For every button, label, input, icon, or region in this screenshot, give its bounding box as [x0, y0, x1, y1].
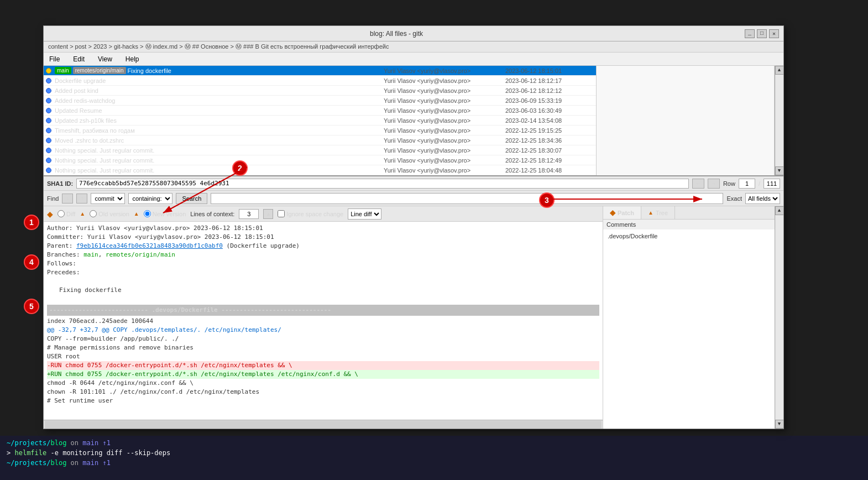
commit-date: 2023-06-12 18:12:17 — [505, 77, 594, 84]
diff-label: Diff — [66, 211, 75, 217]
find-input[interactable] — [211, 193, 723, 204]
context-input[interactable] — [239, 209, 259, 219]
terminal-line-2: > helmfile -e monitoring diff --skip-dep… — [7, 448, 861, 458]
diff-toolbar: ◆ Diff ▲ Old version ▲ New version Lines… — [44, 206, 603, 222]
maximize-button[interactable]: □ — [757, 29, 767, 38]
tree-tab-label: Tree — [656, 210, 668, 216]
commit-message: Moved .zshrc to dot.zshrc — [55, 137, 384, 144]
find-search-button[interactable]: Search — [176, 193, 207, 204]
bottom-scrollbar[interactable] — [44, 420, 603, 429]
commit-dot — [46, 158, 51, 163]
diff-radio-input[interactable] — [57, 210, 65, 217]
commit-row[interactable]: Added redis-watchdogYurii Vlasov <yuriy@… — [44, 96, 596, 106]
commit-row[interactable]: Moved .zshrc to dot.zshrcYurii Vlasov <y… — [44, 135, 596, 145]
menu-view[interactable]: View — [95, 54, 116, 64]
commit-row[interactable]: Nothing special. Just regular commit.Yur… — [44, 155, 596, 165]
file-tree-item[interactable]: .devops/Dockerfile — [605, 232, 772, 241]
diff-removed-line: -RUN chmod 0755 /docker-entrypoint.d/*.s… — [47, 361, 599, 370]
commit-graph-column[interactable]: mainremotes/origin/mainFixing dockerfile… — [44, 66, 597, 175]
menu-edit[interactable]: Edit — [70, 54, 88, 64]
exact-select[interactable]: All fields — [745, 193, 780, 204]
commit-message: Nothing special. Just regular commit. — [55, 147, 384, 154]
parent-hash-link[interactable]: f9eb1614cea346fb0e6321a8483a90dbf1c0abf0 — [76, 242, 223, 249]
diff-context-6: # Set runtime user — [47, 396, 599, 405]
branch-tag-main: main — [55, 67, 71, 74]
main-split: ◆ Diff ▲ Old version ▲ New version Lines… — [44, 206, 783, 429]
right-scroll-up[interactable]: ▲ — [775, 206, 784, 215]
commit-dot — [46, 138, 51, 143]
right-panel-content[interactable]: .devops/Dockerfile — [603, 229, 775, 429]
old-version-label[interactable]: Old version — [90, 210, 129, 217]
sha1-input[interactable] — [76, 179, 689, 189]
find-containing-select[interactable]: containing: — [128, 193, 172, 204]
scroll-down-arrow[interactable]: ▼ — [775, 166, 784, 175]
commit-dot — [46, 168, 51, 173]
row-total-input[interactable] — [764, 179, 780, 189]
find-next-button[interactable]: ↑ — [76, 194, 87, 204]
commit-row[interactable]: Updated ResumeYurii Vlasov <yuriy@vlasov… — [44, 106, 596, 116]
exact-label: Exact — [726, 195, 742, 202]
commit-row[interactable]: Timeshift, разбивка по годамYurii Vlasov… — [44, 126, 596, 135]
new-version-radio[interactable] — [144, 210, 151, 217]
commit-date: 2023-06-12 18:12:12 — [505, 87, 594, 94]
terminal-area: ~/projects/blog on main ↑1 > helmfile -e… — [0, 436, 868, 480]
context-up-button[interactable]: ▲ — [263, 209, 273, 219]
commit-date: 2023-06-03 16:30:49 — [505, 107, 594, 114]
commit-dot — [46, 148, 51, 153]
menu-file[interactable]: File — [46, 54, 63, 64]
commit-row[interactable]: Nothing special. Just regular commit.Yur… — [44, 165, 596, 175]
patch-tree-tabs: ◆ Patch ▲ Tree — [603, 206, 775, 220]
right-scroll-down[interactable]: ▼ — [775, 420, 784, 429]
commit-message: Dockerfile upgrade — [55, 77, 384, 84]
sha1-back-button[interactable]: ← — [692, 179, 704, 189]
commit-date: 2022-12-25 18:34:36 — [505, 137, 594, 144]
find-type-select[interactable]: commit — [91, 193, 125, 204]
diff-context-1: COPY --from=builder /app/public/. ./ — [47, 335, 599, 343]
row-label: Row — [723, 180, 735, 187]
diff-index: index 706eacd..245aede 100644 — [47, 317, 599, 326]
commit-author: Yurii Vlasov <yuriy@vlasov.pro> — [384, 137, 505, 144]
scroll-up-arrow[interactable]: ▲ — [775, 66, 784, 75]
diff-radio-label[interactable]: Diff — [57, 210, 75, 217]
menu-help[interactable]: Help — [122, 54, 143, 64]
diff-context-2: # Manage permissions and remove binaries — [47, 343, 599, 352]
find-prev-button[interactable]: ↓ — [62, 194, 73, 204]
commit-author: Yurii Vlasov <yuriy@vlasov.pro> — [384, 157, 505, 164]
commit-row[interactable]: mainremotes/origin/mainFixing dockerfile… — [44, 66, 596, 76]
new-version-text: New version — [153, 211, 186, 217]
commit-message: Nothing special. Just regular commit. — [55, 157, 384, 164]
commit-scrollbar[interactable]: ▲ ▼ — [775, 66, 783, 175]
ignore-space-checkbox[interactable] — [278, 210, 285, 217]
close-button[interactable]: ✕ — [769, 29, 779, 38]
tree-tab[interactable]: ▲ Tree — [641, 206, 675, 219]
commit-author: Yurii Vlasov <yuriy@vlasov.pro> — [384, 167, 505, 174]
terminal-path-1: ~/projects/ — [7, 439, 50, 447]
diff-context-5: chown -R 101:101 ./ /etc/nginx/conf.d /e… — [47, 388, 599, 396]
ignore-space-label[interactable]: Ignore space change — [278, 210, 343, 217]
sha1-forward-button[interactable]: → — [708, 179, 720, 189]
patch-tab-label: Patch — [618, 210, 634, 216]
commit-row[interactable]: Dockerfile upgradeYurii Vlasov <yuriy@vl… — [44, 76, 596, 86]
patch-tab[interactable]: ◆ Patch — [603, 206, 641, 219]
row-input[interactable] — [739, 179, 755, 189]
diff-content[interactable]: Author: Yurii Vlasov <yuriy@vlasov.pro> … — [44, 222, 603, 420]
bottom-scroll-track — [45, 421, 602, 429]
commit-dot — [46, 68, 51, 74]
commit-date: 2022-12-25 18:04:48 — [505, 167, 594, 174]
commit-dot — [46, 108, 51, 113]
commit-row[interactable]: Added post kindYurii Vlasov <yuriy@vlaso… — [44, 86, 596, 96]
old-version-radio[interactable] — [90, 210, 97, 217]
diff-type-select[interactable]: Line diff — [348, 208, 381, 220]
committer-line: Committer: Yurii Vlasov <yuriy@vlasov.pr… — [47, 233, 599, 242]
commit-msg-line: Fixing dockerfile — [47, 286, 599, 295]
annotation-1: 1 — [24, 215, 39, 230]
new-version-label[interactable]: New version — [144, 210, 186, 217]
terminal-path-3: ~/projects/ — [7, 459, 50, 467]
commit-row[interactable]: Updated zsh-p10k filesYurii Vlasov <yuri… — [44, 116, 596, 126]
right-scrollbar[interactable]: ▲ ▼ — [775, 206, 783, 429]
minimize-button[interactable]: _ — [745, 29, 755, 38]
commit-row[interactable]: Nothing special. Just regular commit.Yur… — [44, 145, 596, 155]
commit-date: 2023-06-12 18:15:01 — [505, 67, 594, 74]
commit-message: Added post kind — [55, 87, 384, 94]
sha1-bar: SHA1 ID: ← → Row / — [44, 176, 783, 191]
